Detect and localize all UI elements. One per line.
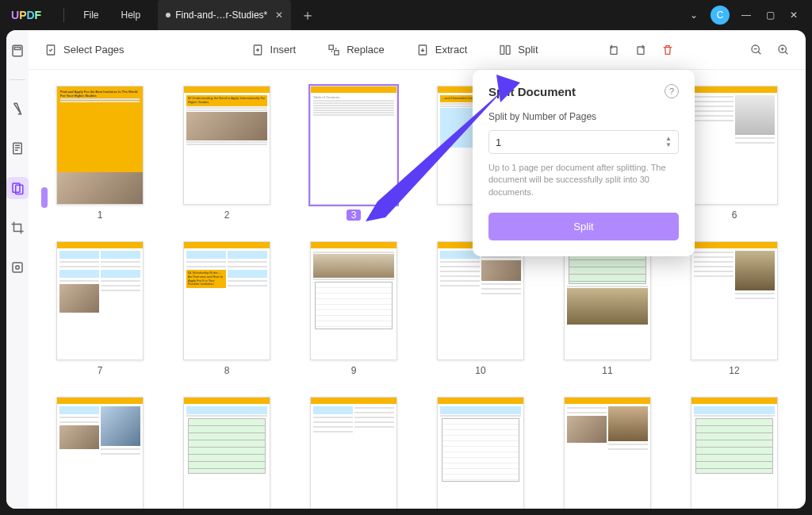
window-maximize-icon[interactable]: ▢ (758, 10, 782, 21)
delete-page-icon[interactable] (661, 44, 674, 56)
main-area: Select Pages Insert Replace Extract Spli… (29, 30, 806, 509)
replace-button[interactable]: Replace (327, 44, 385, 56)
page-thumbnail[interactable]: 02 Understanding the Need to Apply Inter… (179, 86, 274, 221)
split-document-dialog: Split Document ? Split by Number of Page… (473, 70, 695, 256)
svg-line-27 (785, 52, 787, 54)
page-thumbnail[interactable]: 9 (306, 241, 401, 376)
user-avatar[interactable]: C (710, 6, 730, 25)
page-thumbnail[interactable] (687, 397, 782, 509)
svg-rect-17 (500, 45, 504, 54)
page-thumbnail[interactable]: 11 (560, 241, 655, 376)
zoom-in-icon[interactable] (777, 44, 790, 56)
page-thumbnail[interactable]: Find and Apply For the Best Institutes I… (52, 86, 147, 221)
split-button[interactable]: Split (499, 44, 538, 56)
svg-rect-8 (13, 263, 22, 272)
insert-button[interactable]: Insert (251, 44, 297, 56)
svg-point-9 (16, 266, 20, 270)
page-thumbnail[interactable]: Table of Contents 3 (306, 86, 401, 221)
split-pages-stepper[interactable]: ▲▼ (488, 130, 679, 154)
organize-toolbar: Select Pages Insert Replace Extract Spli… (29, 30, 806, 70)
page-thumbnail[interactable]: 04 Scholarship Rules – An Overview and H… (179, 241, 274, 376)
zoom-out-icon[interactable] (750, 44, 763, 56)
split-help-text: Up to 1 page per document after splittin… (488, 162, 679, 198)
page-thumbnail[interactable]: 6 (687, 86, 782, 221)
page-thumbnail[interactable]: 12 (687, 241, 782, 376)
page-thumbnail[interactable]: 10 (433, 241, 528, 376)
tab-dirty-indicator-icon (166, 13, 170, 17)
recent-dropdown-icon[interactable]: ⌄ (690, 10, 698, 21)
reader-mode-icon[interactable] (6, 40, 29, 62)
edit-pdf-icon[interactable] (6, 137, 29, 159)
page-thumbnail[interactable] (560, 397, 655, 509)
ocr-tool-icon[interactable] (6, 256, 29, 279)
tab-title: Find-and-…r-Studies* (175, 10, 267, 21)
svg-rect-1 (14, 48, 21, 50)
menu-help[interactable]: Help (110, 10, 152, 21)
select-pages-button[interactable]: Select Pages (44, 44, 124, 56)
stepper-down-icon[interactable]: ▼ (665, 142, 672, 148)
window-minimize-icon[interactable]: — (734, 10, 758, 21)
split-by-label: Split by Number of Pages (488, 111, 679, 122)
close-tab-icon[interactable]: ✕ (275, 10, 283, 21)
comment-tool-icon[interactable] (6, 98, 29, 120)
extract-button[interactable]: Extract (416, 44, 467, 56)
window-close-icon[interactable]: ✕ (782, 10, 806, 21)
page-thumbnail[interactable] (179, 397, 274, 509)
rotate-left-icon[interactable] (607, 44, 620, 56)
crop-tool-icon[interactable] (6, 217, 29, 239)
split-pages-input[interactable] (496, 136, 665, 148)
svg-rect-14 (329, 45, 333, 49)
help-icon[interactable]: ? (665, 84, 679, 98)
page-thumbnail[interactable] (433, 397, 528, 509)
app-logo: UPDF (11, 9, 41, 21)
split-confirm-button[interactable]: Split (488, 213, 679, 240)
svg-line-23 (758, 52, 760, 54)
organize-pages-icon[interactable] (6, 177, 29, 199)
app-frame: Select Pages Insert Replace Extract Spli… (6, 30, 806, 509)
page-thumbnail[interactable] (306, 397, 401, 509)
document-tab[interactable]: Find-and-…r-Studies* ✕ (158, 0, 291, 30)
page-thumbnail[interactable]: 7 (52, 241, 147, 376)
left-rail (6, 30, 29, 509)
svg-rect-15 (335, 50, 339, 54)
titlebar: UPDF File Help Find-and-…r-Studies* ✕ ＋ … (0, 0, 812, 30)
add-tab-icon[interactable]: ＋ (301, 6, 315, 25)
page-thumbnail[interactable] (52, 397, 147, 509)
rotate-right-icon[interactable] (634, 44, 647, 56)
svg-rect-18 (507, 45, 511, 54)
dialog-title: Split Document (488, 85, 576, 98)
menu-file[interactable]: File (72, 10, 109, 21)
